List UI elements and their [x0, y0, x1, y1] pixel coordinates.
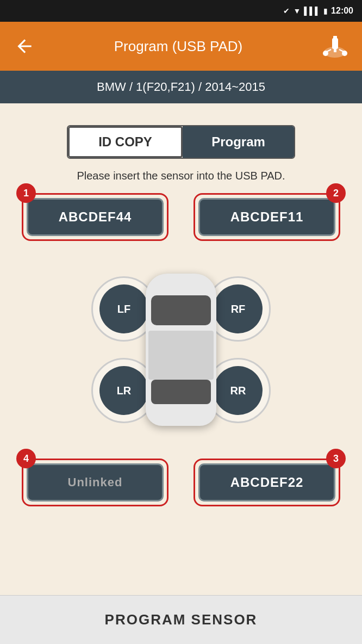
sensor-lr-box[interactable]: Unlinked — [22, 459, 168, 506]
sensor-lf-id: ABCDEF44 — [59, 209, 132, 225]
sensor-rf-box[interactable]: ABCDEF11 — [194, 193, 340, 241]
sensor-lf-inner: ABCDEF44 — [27, 198, 164, 236]
sensor-lr-inner: Unlinked — [27, 463, 164, 501]
sensor-rr-number: 3 — [326, 449, 346, 468]
top-sensor-row: 1 ABCDEF44 2 ABCDEF11 — [16, 193, 346, 241]
car-diagram: LF RF LR RR — [16, 246, 346, 453]
car-windshield-rear — [151, 380, 211, 404]
sensor-rf-container: 2 ABCDEF11 — [194, 193, 340, 241]
sensor-rf-id: ABCDEF11 — [230, 209, 304, 225]
program-sensor-button[interactable]: PROGRAM SENSOR — [0, 595, 362, 644]
sensor-rr-container: 3 ABCDEF22 — [194, 459, 340, 506]
vehicle-info-text: BMW / 1(F20,F21) / 2014~2015 — [97, 80, 265, 94]
sensor-lr-id: Unlinked — [68, 475, 123, 490]
bluetooth-icon: ✔ — [283, 7, 290, 15]
sensor-rf-inner: ABCDEF11 — [198, 198, 335, 236]
wheel-lr: LR — [99, 366, 148, 415]
program-sensor-label: PROGRAM SENSOR — [105, 611, 258, 628]
sensor-lr-number: 4 — [16, 449, 36, 468]
svg-point-7 — [342, 51, 347, 56]
wheel-rf: RF — [214, 284, 263, 333]
back-button[interactable] — [11, 33, 38, 60]
tab-id-copy[interactable]: ID COPY — [68, 126, 183, 158]
sensor-lf-box[interactable]: ABCDEF44 — [22, 193, 168, 241]
car-windshield-front — [151, 295, 211, 325]
header-logo — [319, 30, 351, 63]
sensor-lf-number: 1 — [16, 183, 36, 203]
sensor-rr-inner: ABCDEF22 — [198, 463, 335, 501]
sensor-lf-container: 1 ABCDEF44 — [22, 193, 168, 241]
tab-program[interactable]: Program — [183, 126, 294, 158]
status-bar: ✔ ▼ ▌▌▌ ▮ 12:00 — [0, 0, 362, 22]
wheel-rr: RR — [214, 366, 263, 415]
car-roof — [148, 331, 214, 380]
sensor-rr-box[interactable]: ABCDEF22 — [194, 459, 340, 506]
svg-rect-3 — [334, 48, 336, 52]
sensor-layout: 1 ABCDEF44 2 ABCDEF11 — [16, 193, 346, 530]
svg-point-6 — [323, 51, 328, 56]
tab-row: ID COPY Program — [67, 125, 295, 159]
sensor-rf-number: 2 — [326, 183, 346, 203]
car-body — [146, 274, 216, 426]
wifi-icon: ▼ — [293, 7, 301, 15]
battery-icon: ▮ — [323, 7, 328, 15]
main-content: ID COPY Program Please insert the sensor… — [0, 103, 362, 530]
car-svg-container: LF RF LR RR — [89, 252, 273, 448]
signal-icon: ▌▌▌ — [304, 7, 320, 15]
svg-rect-2 — [333, 36, 337, 39]
sensor-lr-container: 4 Unlinked — [22, 459, 168, 506]
logo-icon — [320, 32, 350, 61]
svg-rect-1 — [332, 38, 338, 49]
vehicle-info-bar: BMW / 1(F20,F21) / 2014~2015 — [0, 71, 362, 103]
status-time: 12:00 — [331, 6, 353, 16]
header: Program (USB PAD) — [0, 22, 362, 71]
sensor-rr-id: ABCDEF22 — [230, 475, 304, 490]
status-icons: ✔ ▼ ▌▌▌ ▮ 12:00 — [283, 6, 353, 16]
wheel-lf: LF — [99, 284, 148, 333]
header-title: Program (USB PAD) — [38, 38, 319, 55]
bottom-sensor-row: 4 Unlinked 3 ABCDEF22 — [16, 459, 346, 506]
back-arrow-icon — [14, 36, 35, 57]
instruction-text: Please insert the sensor into the USB PA… — [16, 170, 346, 182]
